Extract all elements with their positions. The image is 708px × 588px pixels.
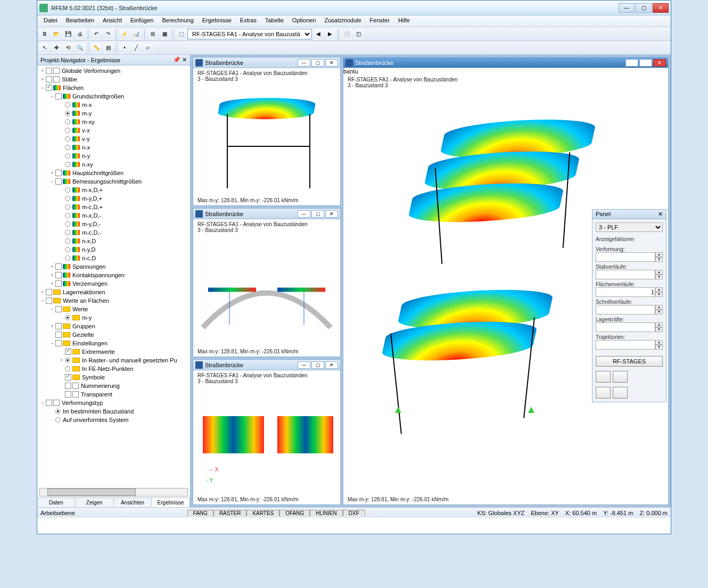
tree-item[interactable]: +Gruppen: [37, 322, 190, 330]
tree-item[interactable]: n-y,D: [37, 245, 190, 254]
panel-loadcase-select[interactable]: 3 - PLF: [596, 222, 663, 232]
maximize-button[interactable]: ▢: [636, 3, 652, 13]
menu-optionen[interactable]: Optionen: [288, 15, 320, 27]
tree-item[interactable]: −Flächen: [37, 84, 190, 92]
results-icon[interactable]: 📊: [131, 29, 142, 39]
undo-icon[interactable]: ↶: [91, 29, 102, 39]
tree-item[interactable]: m-y,D,-: [37, 220, 190, 228]
tree-item[interactable]: −Werte an Flächen: [37, 296, 190, 305]
tree-item[interactable]: −Bemessungsschnittgrößen: [37, 177, 190, 186]
menu-berechnung[interactable]: Berechnung: [158, 15, 197, 27]
tree-item[interactable]: m-c,D,-: [37, 228, 190, 237]
factor-input[interactable]: ▲▼: [596, 252, 663, 262]
layers-icon[interactable]: ▤: [103, 43, 113, 53]
close-button[interactable]: ✕: [325, 59, 338, 67]
menu-zusatzmodule[interactable]: Zusatzmodule: [320, 15, 366, 27]
zoom-icon[interactable]: 🔍: [75, 43, 85, 53]
menu-datei[interactable]: Datei: [39, 15, 62, 27]
minimize-button[interactable]: —: [298, 361, 310, 369]
status-tab-ofang[interactable]: OFANG: [279, 510, 310, 516]
navigator-scrollbar[interactable]: [39, 488, 188, 496]
tree-item[interactable]: v-y: [37, 135, 190, 143]
tree-item[interactable]: Gezielte: [37, 330, 190, 339]
tree-item[interactable]: In FE-Netz-Punkten: [37, 365, 190, 373]
tree-item[interactable]: Extremwerte: [37, 347, 190, 356]
panel-icon-button-4[interactable]: [613, 387, 628, 399]
tree-item[interactable]: −Verformungstyp: [37, 399, 190, 407]
nav-tab-zeigen[interactable]: Zeigen: [76, 498, 114, 507]
tree-item[interactable]: m-c,D,+: [37, 203, 190, 211]
tree-item[interactable]: m-x,D,+: [37, 186, 190, 194]
tree-item[interactable]: +Hauptschnittgrößen: [37, 169, 190, 177]
maximize-button[interactable]: ▢: [311, 361, 324, 369]
minimize-button[interactable]: —: [298, 210, 310, 218]
menu-fenster[interactable]: Fenster: [366, 15, 394, 27]
tree-item[interactable]: +Lagerreaktionen: [37, 288, 190, 296]
viewport-side[interactable]: [197, 233, 336, 347]
pin-icon[interactable]: 📌 ✕: [173, 56, 187, 63]
minimize-button[interactable]: —: [298, 59, 310, 67]
tree-item[interactable]: Symbole: [37, 373, 190, 382]
nav-tab-daten[interactable]: Daten: [37, 498, 76, 507]
calc-icon[interactable]: ⚡: [119, 29, 130, 39]
tree-item[interactable]: v-x: [37, 126, 190, 135]
maximize-button[interactable]: ▢: [639, 59, 652, 67]
menu-extras[interactable]: Extras: [236, 15, 261, 27]
child-titlebar[interactable]: Straßenbrücke — ▢ ✕: [193, 360, 340, 370]
maximize-button[interactable]: ▢: [311, 59, 324, 67]
child-titlebar[interactable]: Straßenbrücke — ▢ ✕: [193, 209, 340, 219]
rfstages-button[interactable]: RF-STAGES: [596, 356, 663, 367]
tree-item[interactable]: n-x,D: [37, 237, 190, 245]
nav-tab-ansichten[interactable]: Ansichten: [114, 498, 152, 507]
prev-icon[interactable]: ◀: [313, 29, 324, 39]
tree-item[interactable]: +In Raster- und manuell gesetzten Pu: [37, 356, 190, 365]
tree-item[interactable]: Auf unverformtes System: [37, 416, 190, 424]
move-icon[interactable]: ✥: [51, 43, 62, 53]
close-button[interactable]: ✕: [325, 361, 338, 369]
menu-ergebnisse[interactable]: Ergebnisse: [198, 15, 236, 27]
redo-icon[interactable]: ↷: [103, 29, 113, 39]
menu-bearbeiten[interactable]: Bearbeiten: [62, 15, 98, 27]
status-tab-dxf[interactable]: DXF: [343, 510, 365, 516]
save-icon[interactable]: 💾: [63, 29, 73, 39]
factor-input[interactable]: ▲▼: [596, 287, 663, 297]
panel-icon-button-2[interactable]: [613, 371, 628, 383]
measure-icon[interactable]: 📏: [91, 43, 102, 53]
table-icon[interactable]: ⊞: [147, 29, 158, 39]
tree-item[interactable]: m-y,D,+: [37, 194, 190, 203]
tree-item[interactable]: m-x,D,-: [37, 211, 190, 220]
factor-input[interactable]: ▲▼: [596, 340, 663, 350]
tree-item[interactable]: +Verzerrungen: [37, 279, 190, 288]
tree-item[interactable]: Transparent: [37, 390, 190, 399]
status-tab-hlinien[interactable]: HLINIEN: [310, 510, 342, 516]
tree-item[interactable]: Im bestimmten Bauzustand: [37, 407, 190, 416]
tree-item[interactable]: Nummerierung: [37, 382, 190, 390]
viewport-top[interactable]: → X ↓ Y: [197, 384, 336, 495]
minimize-button[interactable]: —: [625, 59, 638, 67]
select-icon[interactable]: ↖: [39, 43, 50, 53]
nav-tab-ergebnisse[interactable]: Ergebnisse: [152, 498, 190, 507]
next-icon[interactable]: ▶: [325, 29, 335, 39]
open-icon[interactable]: 📂: [51, 29, 62, 39]
menu-tabelle[interactable]: Tabelle: [261, 15, 288, 27]
child-titlebar[interactable]: Straßenbrücke — ▢ ✕: [343, 57, 668, 68]
menu-hilfe[interactable]: Hilfe: [394, 15, 414, 27]
tree-item[interactable]: m-xy: [37, 118, 190, 126]
tree-item[interactable]: m-y: [37, 109, 190, 118]
tree-item[interactable]: m-y: [37, 313, 190, 322]
child-titlebar[interactable]: Straßenbrücke — ▢ ✕: [193, 57, 340, 68]
panel-icon-button-1[interactable]: [596, 371, 611, 383]
tree-item[interactable]: n-c,D: [37, 254, 190, 262]
viewport-front[interactable]: [197, 82, 336, 196]
minimize-button[interactable]: —: [619, 3, 635, 13]
tree-item[interactable]: +Globale Verformungen: [37, 67, 190, 75]
close-button[interactable]: ✕: [325, 210, 338, 218]
rotate-icon[interactable]: ⟲: [63, 43, 73, 53]
panel-close-icon[interactable]: ✕: [658, 211, 663, 218]
close-button[interactable]: ✕: [653, 59, 666, 67]
tree-item[interactable]: −Werte: [37, 305, 190, 313]
analysis-select[interactable]: RF-STAGES FA1 - Analyse von Bauzustä: [187, 29, 312, 39]
tree-item[interactable]: +Stäbe: [37, 75, 190, 84]
cube-icon[interactable]: ⬜: [341, 29, 352, 39]
line-icon[interactable]: ╱: [131, 43, 142, 53]
